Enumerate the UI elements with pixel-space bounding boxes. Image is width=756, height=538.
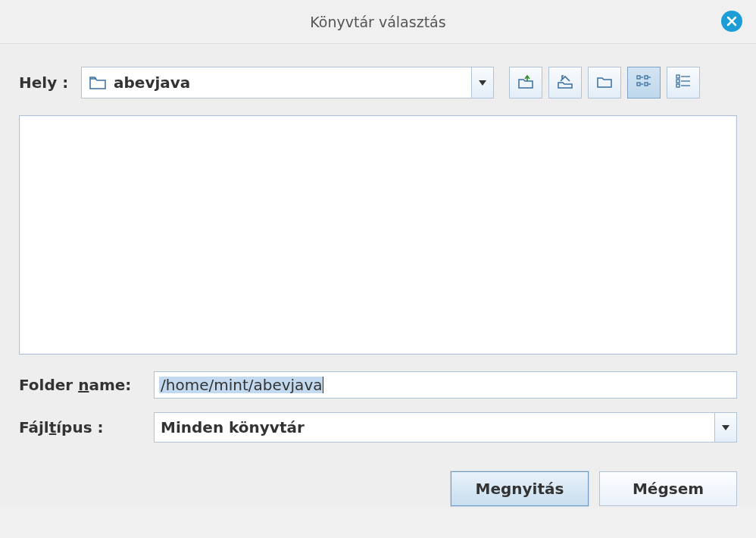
file-type-selected: Minden könyvtár xyxy=(161,418,305,436)
svg-rect-8 xyxy=(676,75,679,78)
file-type-row: Fájltípus : Minden könyvtár xyxy=(19,412,737,443)
close-icon xyxy=(726,14,737,30)
file-type-label: Fájltípus : xyxy=(19,418,154,436)
up-one-level-button[interactable] xyxy=(509,67,542,99)
dialog-content: Hely : abevjava xyxy=(0,44,756,506)
file-type-display[interactable]: Minden könyvtár xyxy=(154,412,714,443)
view-list-icon xyxy=(675,74,692,92)
text-caret xyxy=(323,377,323,393)
folder-icon xyxy=(89,76,106,89)
cancel-button[interactable]: Mégsem xyxy=(599,471,737,506)
view-icons-icon xyxy=(636,74,652,92)
svg-rect-10 xyxy=(676,80,679,83)
svg-rect-4 xyxy=(637,83,640,86)
dialog-title: Könyvtár választás xyxy=(310,14,445,30)
file-type-dropdown-button[interactable] xyxy=(714,412,737,443)
list-view-button[interactable] xyxy=(667,67,700,99)
location-row: Hely : abevjava xyxy=(19,67,737,99)
chevron-down-icon xyxy=(479,80,486,86)
icon-view-button[interactable] xyxy=(627,67,661,99)
home-button[interactable] xyxy=(548,67,582,99)
folder-name-value: /home/mint/abevjava xyxy=(159,377,323,393)
svg-rect-6 xyxy=(645,83,648,86)
form-area: Folder name: /home/mint/abevjava Fájltíp… xyxy=(19,371,737,506)
titlebar: Könyvtár választás xyxy=(0,0,756,44)
folder-name-row: Folder name: /home/mint/abevjava xyxy=(19,371,737,399)
folder-name-input[interactable]: /home/mint/abevjava xyxy=(154,371,737,399)
location-label: Hely : xyxy=(19,74,72,92)
location-combo-display[interactable]: abevjava xyxy=(81,67,471,99)
home-icon xyxy=(557,74,573,92)
open-button[interactable]: Megnyitás xyxy=(451,471,589,506)
location-combo[interactable]: abevjava xyxy=(81,67,494,99)
svg-rect-12 xyxy=(676,84,679,87)
action-buttons: Megnyitás Mégsem xyxy=(19,471,737,506)
folder-name-label: Folder name: xyxy=(19,376,154,394)
file-type-combo[interactable]: Minden könyvtár xyxy=(154,412,737,443)
toolbar xyxy=(509,67,700,99)
svg-rect-0 xyxy=(637,76,640,79)
location-dropdown-button[interactable] xyxy=(471,67,494,99)
location-selected: abevjava xyxy=(114,74,190,92)
new-folder-button[interactable] xyxy=(588,67,621,99)
close-button[interactable] xyxy=(721,11,742,32)
folder-up-icon xyxy=(517,74,534,92)
file-list-area[interactable] xyxy=(19,115,737,355)
chevron-down-icon xyxy=(722,425,729,430)
new-folder-icon xyxy=(596,74,613,92)
svg-rect-2 xyxy=(645,76,648,79)
